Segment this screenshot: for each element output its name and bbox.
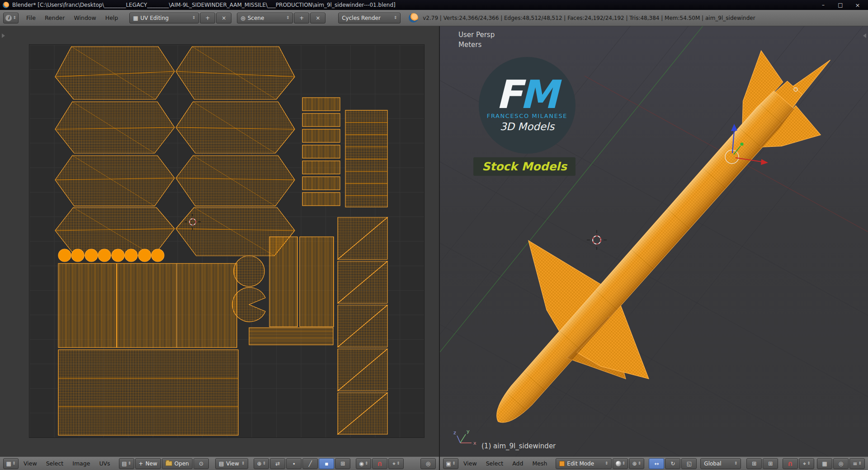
uv-select-face-button[interactable]: ▪ [319,458,334,469]
mode-value: Edit Mode [567,461,602,467]
v3d-menu-view[interactable]: View [459,460,481,467]
edit-mode-icon [559,461,565,466]
scene-delete-button[interactable]: × [310,13,326,24]
viewport-shading-selector[interactable]: ⇕ [613,458,628,469]
cursor-3d[interactable] [587,230,607,250]
chevron-updown-icon: ⇕ [734,461,738,465]
magnet-icon: U [377,461,382,467]
uv-island-rect[interactable] [269,237,297,327]
chevron-updown-icon: ⇕ [128,461,132,465]
image-editor-icon: ▦ [6,461,11,467]
minimize-button[interactable]: – [816,1,831,9]
open-image-label: Open [175,461,189,467]
uv-island-pacman[interactable] [232,287,265,322]
pivot-center-selector[interactable]: ⊕ ⇕ [629,458,644,469]
chevron-updown-icon: ⇕ [858,461,862,465]
chevron-updown-icon: ⇕ [638,461,642,465]
chevron-updown-icon: ⇕ [452,461,456,465]
scene-add-button[interactable]: + [294,13,309,24]
chevron-updown-icon: ⇕ [263,461,266,465]
snap-target-selector-uv[interactable]: ⌖ ⇕ [388,458,404,469]
snap-element-selector[interactable]: ⌖ ⇕ [799,458,814,469]
uv-island-rect[interactable] [249,328,333,345]
blender-window: Blender* [C:\Users\franc\Desktop\_______… [0,0,868,470]
menu-file[interactable]: File [22,14,40,21]
editor-type-selector-3d[interactable]: ▣ ⇕ [443,458,458,469]
uv-island-triangles[interactable] [338,217,387,434]
scene-icon: ◎ [241,15,245,21]
uv-select-island-button[interactable]: ⊞ [335,458,350,469]
menu-help[interactable]: Help [101,14,123,21]
layout-value: UV Editing [141,15,190,21]
uv-select-vertex-button[interactable]: ∙ [286,458,302,469]
uv-image-editor[interactable] [0,26,439,456]
proportional-edit-selector[interactable]: ◉ ⇕ [356,458,371,469]
uv-island-fins[interactable] [55,47,295,256]
uv-island-body-block[interactable] [58,263,237,348]
maximize-button[interactable]: □ [833,1,848,9]
pin-button[interactable]: ⊙ [193,458,209,469]
fm-logo-m: M [520,78,559,111]
uv-select-edge-button[interactable]: ╱ [302,458,318,469]
uv-island-disc[interactable] [234,256,264,287]
render-engine-selector[interactable]: Cycles Render ⇕ [338,13,401,24]
region-corner-arrow-icon[interactable] [863,33,866,38]
uv-menu-view[interactable]: View [19,460,41,467]
menu-render[interactable]: Render [41,14,69,21]
v3d-menu-mesh[interactable]: Mesh [528,460,551,467]
magnet-icon: U [788,461,793,467]
uv-draw-mode-selector[interactable]: ▤ View ⇕ [215,458,248,469]
browse-image-button[interactable]: ▤ ⇕ [119,458,134,469]
uv-sync-selection-toggle[interactable]: ⇄ [270,458,285,469]
menu-window[interactable]: Window [70,14,100,21]
uv-islands-layer[interactable] [0,26,439,456]
uv-island-rect[interactable] [300,237,334,327]
chevron-updown-icon: ⇕ [394,16,397,20]
manipulator-x-head[interactable] [761,159,768,165]
viewport-3d[interactable]: x y z User Persp Meters (1) aim_9l_sidew… [440,26,868,456]
manipulator-translate-toggle[interactable]: ↔ [649,458,664,469]
fm-logo-name: FRANCESCO MILANESE [487,113,567,119]
layout-delete-button[interactable]: × [216,13,231,24]
info-icon: i [5,15,12,21]
opengl-render-button[interactable]: ▦ [817,458,832,469]
close-button[interactable]: × [850,1,865,9]
scene-selector[interactable]: ◎ Scene ⇕ [237,13,293,24]
v3d-menu-add[interactable]: Add [508,460,527,467]
manipulator-y-head[interactable] [740,142,743,146]
layout-add-button[interactable]: + [200,13,215,24]
open-image-button[interactable]: Open [162,458,193,469]
active-object-label: (1) aim_9l_sidewinder [481,442,556,450]
snap-toggle-3d[interactable]: U [783,458,798,469]
layers-widget[interactable]: ⊞ [746,458,762,469]
v3d-menu-select[interactable]: Select [482,460,508,467]
uv-menu-select[interactable]: Select [42,460,68,467]
opengl-render-anim-button[interactable]: ◎ [833,458,849,469]
editor-type-selector-info[interactable]: i ⇕ [3,13,19,24]
axis-y-label: y [467,428,470,434]
editor-type-selector-uv[interactable]: ▦ ⇕ [3,458,19,469]
manipulator-scale-toggle[interactable]: ◱ [681,458,697,469]
snap-toggle-uv[interactable]: U [372,458,387,469]
uv-islands[interactable] [55,47,387,435]
uv-menu-image[interactable]: Image [68,460,94,467]
render-slot-button[interactable]: ◎ [420,458,436,469]
chevron-updown-icon: ⇕ [365,461,368,465]
plus-icon: + [139,461,143,467]
new-image-button[interactable]: + New [135,458,161,469]
proportional-icon: ◉ [359,461,363,467]
screen-layout-selector[interactable]: ▦ UV Editing ⇕ [129,13,199,24]
manipulator-rotate-toggle[interactable]: ↻ [665,458,680,469]
chevron-updown-icon: ⇕ [622,461,626,465]
manipulator-z-head[interactable] [731,124,737,131]
transform-orientation-selector[interactable]: Global ⇕ [700,458,741,469]
pivot-selector-uv[interactable]: ⊕ ⇕ [254,458,269,469]
mode-selector[interactable]: Edit Mode ⇕ [556,458,612,469]
folder-icon [165,461,172,466]
uv-island-body-block[interactable] [58,350,238,435]
view3d-editor-icon: ▣ [446,461,451,467]
lock-to-scene-toggle[interactable]: ⊞ [763,458,778,469]
uv-menu-uvs[interactable]: UVs [95,460,114,467]
drawtype-extra-selector[interactable]: ≡ ⇕ [849,458,865,469]
uv-island-strip-stack[interactable] [302,98,387,207]
